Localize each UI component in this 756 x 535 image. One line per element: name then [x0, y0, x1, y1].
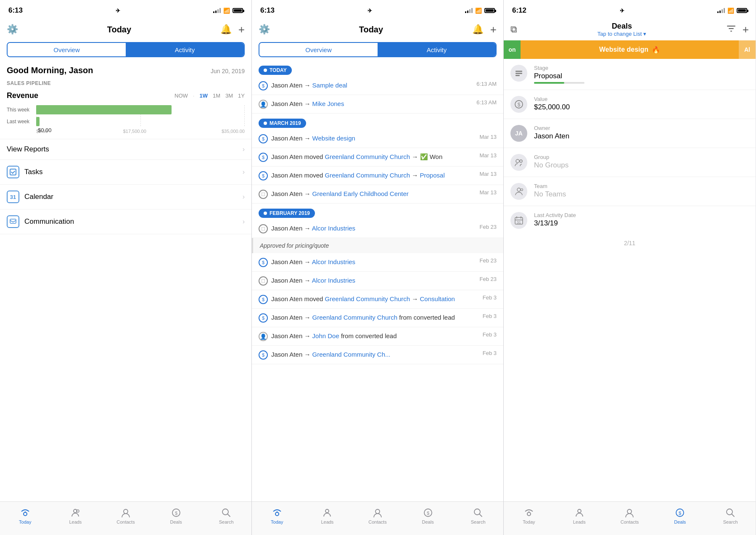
- add-icon-2[interactable]: +: [490, 23, 497, 36]
- deal-detail-group: Group No Groups: [504, 148, 756, 177]
- communication-icon: [7, 215, 19, 228]
- tab-leads-3[interactable]: Leads: [554, 505, 605, 527]
- tab-label-deals-1: Deals: [170, 519, 182, 524]
- activity-item-march-3[interactable]: ☐ Jason Aten → Greenland Early Childhood…: [252, 185, 503, 204]
- svg-point-27: [521, 189, 523, 191]
- date-badge-march: MARCH 2019: [259, 119, 306, 128]
- calendar-item[interactable]: 31 Calendar ›: [0, 185, 251, 209]
- status-bar-3: 6:12 ✈ 📶: [504, 0, 756, 19]
- value-icon: $: [510, 96, 527, 113]
- bar-row-thisweek: This week $22,575.00: [7, 105, 245, 114]
- filter-1m[interactable]: 1M: [213, 93, 220, 99]
- tab-today-2[interactable]: Today: [252, 505, 302, 527]
- bar-label-lastweek: Last week: [7, 119, 36, 124]
- activity-item-feb-0[interactable]: ☐ Jason Aten → Alcor Industries Feb 23: [252, 220, 503, 238]
- activity-item-feb-6[interactable]: $ Jason Aten → Greenland Community Ch...…: [252, 346, 503, 364]
- screen-3: 6:12 ✈ 📶 ⧉ Deals Tap to change List ▾ +: [504, 0, 756, 535]
- filter-icon-deals[interactable]: [727, 24, 736, 35]
- group-icon: [510, 154, 527, 171]
- tab-contacts-1[interactable]: Contacts: [100, 505, 151, 527]
- tab-contacts-2[interactable]: Contacts: [352, 505, 403, 527]
- filter-now[interactable]: NOW: [174, 93, 188, 99]
- tab-label-contacts-2: Contacts: [368, 519, 386, 524]
- add-icon-1[interactable]: +: [238, 23, 245, 36]
- nav-actions-2: 🔔 +: [472, 23, 497, 36]
- tab-activity-1[interactable]: Activity: [126, 43, 244, 56]
- date-group-march: MARCH 2019 $ Jason Aten → Website design…: [252, 114, 503, 204]
- svg-text:$: $: [518, 102, 521, 108]
- nav-bar-1: ⚙️ Today 🔔 +: [0, 19, 251, 40]
- tab-leads-1[interactable]: Leads: [50, 505, 101, 527]
- add-icon-deals[interactable]: +: [743, 23, 749, 36]
- activity-item-1[interactable]: 👤 Jason Aten → Mike Jones 6:13 AM: [252, 95, 503, 114]
- tab-label-deals-2: Deals: [422, 519, 434, 524]
- owner-avatar: JA: [510, 125, 527, 142]
- wifi-icon-1: 📶: [223, 8, 230, 14]
- bell-icon-1[interactable]: 🔔: [220, 24, 232, 35]
- communication-item[interactable]: Communication ›: [0, 209, 251, 234]
- svg-point-13: [325, 509, 329, 513]
- contacts-tab-icon-3: [624, 507, 635, 518]
- tasks-item[interactable]: Tasks ›: [0, 160, 251, 185]
- stage-progress-bg: [534, 82, 584, 84]
- filter-3m[interactable]: 3M: [225, 93, 233, 99]
- tab-today-1[interactable]: Today: [0, 505, 50, 527]
- tab-label-contacts-1: Contacts: [116, 519, 135, 524]
- location-icon-1: ✈: [116, 8, 121, 14]
- tab-deals-2[interactable]: $ Deals: [403, 505, 453, 527]
- filter-1y[interactable]: 1Y: [238, 93, 245, 99]
- activity-item-march-2[interactable]: $ Jason Aten moved Greenland Community C…: [252, 167, 503, 185]
- tab-today-3[interactable]: Today: [504, 505, 554, 527]
- tab-overview-1[interactable]: Overview: [8, 43, 126, 56]
- revenue-header: Revenue NOW · 1W 1M 3M 1Y: [7, 91, 245, 100]
- tab-activity-2[interactable]: Activity: [378, 43, 496, 56]
- activity-item-feb-4[interactable]: $ Jason Aten → Greenland Community Churc…: [252, 309, 503, 327]
- filter-1w[interactable]: 1W: [199, 93, 208, 99]
- tab-contacts-3[interactable]: Contacts: [605, 505, 655, 527]
- svg-line-18: [479, 514, 482, 516]
- activity-time-march-0: Mar 13: [480, 134, 497, 140]
- bar-thisweek: $22,575.00: [36, 105, 172, 114]
- back-icon-deals[interactable]: ⧉: [510, 24, 517, 35]
- activity-text-0: Jason Aten → Sample deal: [271, 81, 473, 90]
- svg-point-24: [516, 159, 519, 163]
- bar-lastweek: [36, 117, 40, 126]
- activity-text-march-1: Jason Aten moved Greenland Community Chu…: [271, 152, 476, 161]
- deal-card-title-header: Website design: [599, 46, 648, 53]
- today-tab-icon-2: [272, 507, 283, 518]
- activity-time-march-2: Mar 13: [480, 171, 497, 177]
- activity-item-feb-3[interactable]: $ Jason Aten moved Greenland Community C…: [252, 290, 503, 309]
- deals-subtitle[interactable]: Tap to change List ▾: [597, 31, 646, 37]
- activity-item-feb-5[interactable]: 👤 Jason Aten → John Doe from converted l…: [252, 327, 503, 346]
- tab-deals-3[interactable]: $ Deals: [655, 505, 705, 527]
- lastactivity-content: Last Activity Date 3/13/19: [534, 212, 749, 228]
- contacts-tab-icon-2: [372, 507, 383, 518]
- bar-container-thisweek: $22,575.00: [36, 105, 245, 114]
- activity-item-march-1[interactable]: $ Jason Aten moved Greenland Community C…: [252, 148, 503, 167]
- tab-leads-2[interactable]: Leads: [302, 505, 353, 527]
- settings-icon-1[interactable]: ⚙️: [7, 24, 18, 35]
- value-label: Value: [534, 96, 749, 102]
- svg-text:$: $: [679, 511, 681, 516]
- view-reports-label: View Reports: [7, 145, 49, 154]
- team-content: Team No Teams: [534, 183, 749, 199]
- svg-point-33: [627, 509, 632, 514]
- settings-icon-2[interactable]: ⚙️: [259, 24, 270, 35]
- stage-value: Proposal: [534, 72, 749, 80]
- tab-search-3[interactable]: Search: [705, 505, 756, 527]
- tab-search-2[interactable]: Search: [453, 505, 503, 527]
- search-tab-icon-1: [221, 507, 232, 518]
- activity-item-march-0[interactable]: $ Jason Aten → Website design Mar 13: [252, 130, 503, 148]
- bell-icon-2[interactable]: 🔔: [472, 24, 484, 35]
- tab-overview-2[interactable]: Overview: [259, 43, 378, 56]
- tab-search-1[interactable]: Search: [201, 505, 251, 527]
- activity-time-feb-4: Feb 3: [483, 313, 497, 319]
- kanban-headers: on Website design 🔥 Al: [504, 40, 756, 59]
- activity-item-feb-1[interactable]: $ Jason Aten → Alcor Industries Feb 23: [252, 253, 503, 272]
- svg-point-14: [375, 509, 380, 514]
- activity-item-0[interactable]: $ Jason Aten → Sample deal 6:13 AM: [252, 77, 503, 95]
- activity-item-feb-2[interactable]: ☐ Jason Aten → Alcor Industries Feb 23: [252, 272, 503, 290]
- tab-deals-1[interactable]: $ Deals: [151, 505, 201, 527]
- view-reports-item[interactable]: View Reports ›: [0, 139, 251, 160]
- activity-time-feb-5: Feb 3: [483, 331, 497, 338]
